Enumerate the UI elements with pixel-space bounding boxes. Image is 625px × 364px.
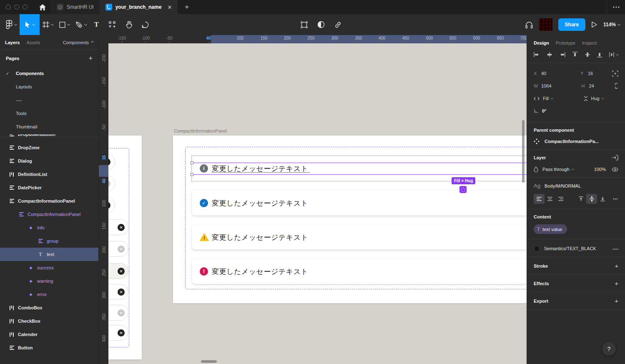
frame-tool-button[interactable] (40, 14, 56, 35)
close-button-variant[interactable]: ✕ (108, 219, 128, 235)
fill-style-row[interactable]: Semantics/TEXT_BLACK — (534, 245, 618, 252)
close-tab-icon[interactable]: ✕ (167, 4, 172, 10)
main-menu-button[interactable] (0, 14, 20, 35)
visibility-eye-icon[interactable] (612, 167, 618, 172)
frame-target-icon[interactable] (612, 70, 618, 77)
text-options-button[interactable]: ⋯ (613, 196, 618, 202)
text-align-left-button[interactable] (534, 194, 545, 204)
add-page-button[interactable]: + (89, 55, 93, 62)
height-input[interactable]: 24 (589, 83, 594, 88)
text-align-center-button[interactable] (545, 194, 555, 204)
help-button[interactable]: ? (602, 342, 616, 356)
y-input[interactable]: 16 (588, 71, 593, 76)
page-selector[interactable]: Components (63, 40, 93, 45)
compact-information-panel-frame[interactable]: i変更したメッセージテキスト✓変更したメッセージテキスト!変更したメッセージテキ… (173, 136, 527, 303)
text-valign-middle-button[interactable] (586, 194, 597, 204)
layer-item-success[interactable]: ◆success (0, 261, 98, 274)
mask-icon[interactable] (317, 21, 325, 28)
page-item-thumbnail[interactable]: Thumbnail (0, 120, 98, 133)
more-options-button[interactable] (607, 0, 625, 14)
tab-prototype[interactable]: Prototype (556, 40, 575, 45)
move-tool-button[interactable] (20, 14, 40, 35)
layer-item-combobox[interactable]: ComboBox (0, 301, 98, 314)
present-play-button[interactable] (591, 21, 597, 28)
audio-headphones-button[interactable] (525, 21, 533, 29)
page-item--[interactable]: ---- (0, 93, 98, 107)
width-input[interactable]: 1064 (541, 83, 551, 88)
parent-component-item[interactable]: CompactInformationPa... (534, 138, 618, 144)
share-button[interactable]: Share (558, 18, 585, 31)
hand-tool-button[interactable] (123, 14, 136, 35)
add-export-button[interactable]: + (615, 297, 618, 304)
close-button-variant[interactable]: ✕ (108, 284, 128, 300)
layer-item-button[interactable]: Button (0, 341, 98, 354)
link-icon[interactable] (334, 21, 342, 29)
selection-handle[interactable] (191, 161, 193, 164)
horizontal-scrollbar[interactable] (201, 360, 217, 363)
layer-overflow-button[interactable] (612, 155, 618, 161)
layer-item-text[interactable]: Ttext (0, 248, 98, 261)
opacity-input[interactable]: 100% (594, 167, 606, 172)
tab-assets[interactable]: Assets (26, 40, 40, 45)
tab-smarthr-ui[interactable]: SmartHR UI (51, 0, 100, 14)
align-top-icon[interactable] (572, 52, 577, 58)
tab-layers[interactable]: Layers (5, 40, 20, 45)
layer-item-warning[interactable]: ◆warning (0, 274, 98, 288)
close-button-variant[interactable]: ✕ (108, 305, 128, 321)
constrain-proportions-icon[interactable] (614, 83, 618, 89)
text-style-name[interactable]: Body/M/NORMAL (545, 183, 581, 188)
close-window-icon[interactable] (6, 5, 11, 10)
page-item-tools[interactable]: Tools (0, 107, 98, 120)
add-effect-button[interactable]: + (615, 280, 618, 287)
layer-item-compactinformationpanel[interactable]: CompactInformationPanel (0, 194, 98, 208)
layer-item-dialog[interactable]: Dialog (0, 154, 98, 168)
vertical-scrollbar[interactable] (522, 120, 525, 183)
layer-item-dropzone[interactable]: DropZone (0, 141, 98, 154)
window-controls[interactable] (0, 0, 34, 14)
color-swatch[interactable] (534, 246, 540, 252)
layer-item-datepicker[interactable]: DatePicker (0, 181, 98, 194)
content-value-chip[interactable]: T text value (534, 224, 567, 234)
edit-object-icon[interactable] (300, 21, 308, 29)
close-button-variant[interactable]: ✕ (108, 325, 128, 341)
distribute-menu-button[interactable] (609, 52, 618, 57)
text-valign-top-button[interactable] (575, 194, 586, 204)
tab-inspect[interactable]: Inspect (582, 40, 597, 45)
auto-layout-handle-icon[interactable] (459, 186, 467, 193)
layer-item-checkbox[interactable]: CheckBox (0, 314, 98, 328)
horizontal-resizing-select[interactable]: Fill (534, 96, 569, 101)
rotation-input[interactable]: 0° (542, 108, 547, 113)
shape-tool-button[interactable] (56, 14, 73, 35)
zoom-level-select[interactable]: 114% (603, 22, 620, 28)
comment-tool-button[interactable] (139, 14, 152, 35)
maximize-window-icon[interactable] (23, 5, 28, 10)
selection-handle[interactable] (191, 173, 193, 176)
layer-item-definitionlist[interactable]: DefinitionList (0, 168, 98, 181)
actions-tool-button[interactable] (106, 14, 118, 35)
page-item-layouts[interactable]: Layouts (0, 80, 98, 93)
frame-title[interactable]: CompactInformationPanel (174, 128, 227, 133)
tab-your-branch[interactable]: your_branch_name ✕ (100, 0, 178, 14)
variant-card-success[interactable]: ✓変更したメッセージテキスト (192, 191, 527, 216)
layer-item-error[interactable]: ◆error (0, 288, 98, 301)
variant-card-error[interactable]: !変更したメッセージテキスト (192, 259, 527, 284)
x-input[interactable]: 40 (541, 71, 546, 76)
add-stroke-button[interactable]: + (615, 262, 618, 269)
home-button[interactable] (34, 0, 51, 14)
align-left-icon[interactable] (534, 52, 540, 57)
layer-item-dropdownbutton[interactable]: DropdownButton (0, 134, 98, 141)
blend-mode-select[interactable]: Pass through (534, 166, 574, 172)
align-bottom-icon[interactable] (597, 52, 602, 58)
layer-item-compactinformationpanel[interactable]: CompactInformationPanel (0, 208, 98, 221)
text-tool-button[interactable]: T (91, 14, 102, 35)
canvas[interactable]: ✕✕✕✕✕✕✕✕✕ CompactInformationPanel i変更したメ… (108, 43, 527, 364)
minimize-window-icon[interactable] (14, 5, 19, 10)
layer-item-calender[interactable]: Calender (0, 328, 98, 341)
layer-item-group[interactable]: group (0, 234, 98, 248)
remove-fill-button[interactable]: — (612, 245, 618, 252)
layer-item-info[interactable]: ◆info (0, 221, 98, 234)
text-align-right-button[interactable] (555, 194, 566, 204)
pen-tool-button[interactable] (73, 14, 90, 35)
variant-card-info[interactable]: i変更したメッセージテキスト (192, 156, 527, 181)
page-item-components[interactable]: ✓Components (0, 67, 98, 80)
